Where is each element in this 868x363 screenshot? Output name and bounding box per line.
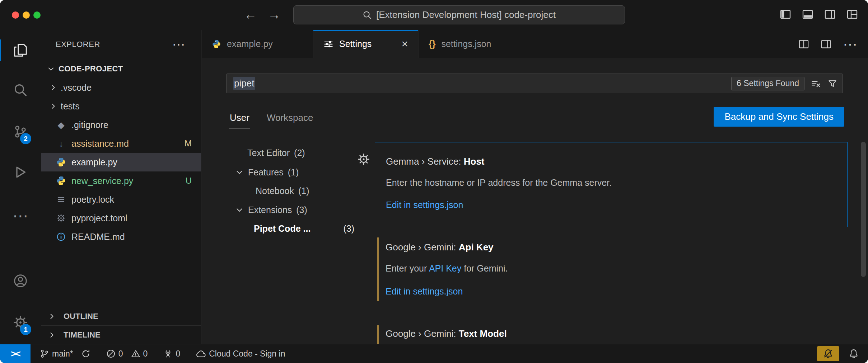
ports-status-item[interactable]: 0 <box>163 349 180 359</box>
setting-gemma-service-host[interactable]: Gemma › Service: Host Enter the hostname… <box>375 142 848 227</box>
settings-editor: pipet 6 Settings Found User Workspace Ba… <box>202 58 868 344</box>
toggle-panel-icon[interactable] <box>802 9 813 20</box>
tree-file-gitignore[interactable]: ◆ .gitignore <box>41 116 201 134</box>
setting-category: Google › Gemini: <box>386 328 459 339</box>
toc-text-editor[interactable]: Text Editor (2) <box>235 143 305 162</box>
tab-settings-json[interactable]: {} settings.json <box>419 30 535 58</box>
bell-icon[interactable] <box>849 349 859 359</box>
activity-accounts[interactable] <box>0 267 41 295</box>
toggle-primary-sidebar-icon[interactable] <box>780 9 791 20</box>
settings-found-badge: 6 Settings Found <box>731 77 804 90</box>
minimize-window-button[interactable] <box>23 11 30 19</box>
toc-count: (3) <box>296 205 307 215</box>
setting-category: Gemma › Service: <box>386 156 464 167</box>
command-center[interactable]: [Extension Development Host] code-projec… <box>293 5 625 24</box>
tree-file-poetry-lock[interactable]: poetry.lock <box>41 190 201 209</box>
tree-file-example[interactable]: example.py <box>41 153 201 171</box>
cloud-icon <box>196 349 206 359</box>
chevron-down-icon <box>235 206 244 214</box>
setting-actions-gear-icon[interactable] <box>358 153 370 165</box>
problems-status-item[interactable]: 0 0 <box>106 349 148 359</box>
file-tree: CODE-PROJECT .vscode tests ◆ .gitignore … <box>41 60 201 246</box>
settings-search-input[interactable]: pipet 6 Settings Found <box>226 74 843 93</box>
editor-actions: ⋯ <box>798 30 868 58</box>
toc-extensions[interactable]: Extensions (3) <box>235 201 307 219</box>
tab-settings[interactable]: Settings × <box>313 30 419 58</box>
explorer-more-icon[interactable]: ⋯ <box>172 37 186 52</box>
edit-in-settings-json-link[interactable]: Edit in settings.json <box>386 286 463 297</box>
tree-file-new-service[interactable]: new_service.py U <box>41 171 201 190</box>
toml-gear-icon <box>56 213 66 223</box>
zoom-window-button[interactable] <box>33 11 41 19</box>
root-folder-label: CODE-PROJECT <box>59 64 123 74</box>
toc-pipet-code[interactable]: Pipet Code ... (3) <box>235 219 354 238</box>
back-icon[interactable]: ← <box>244 6 257 24</box>
do-not-disturb-item[interactable] <box>817 346 839 361</box>
close-window-button[interactable] <box>12 11 19 19</box>
activity-more[interactable]: ⋯ <box>0 201 41 230</box>
ports-count: 0 <box>176 349 180 359</box>
toc-count: (1) <box>298 186 309 196</box>
tree-root-folder[interactable]: CODE-PROJECT <box>41 60 201 78</box>
folder-label: .vscode <box>61 82 92 93</box>
scope-tab-user[interactable]: User <box>230 112 249 123</box>
warnings-icon <box>131 349 140 358</box>
chevron-right-icon <box>48 331 56 339</box>
api-key-link[interactable]: API Key <box>429 263 461 273</box>
cloud-code-status-item[interactable]: Cloud Code - Sign in <box>196 349 285 359</box>
sync-icon[interactable] <box>81 349 90 358</box>
backup-sync-settings-button[interactable]: Backup and Sync Settings <box>714 107 844 127</box>
setting-title: Google › Gemini: Api Key <box>386 242 494 253</box>
timeline-section[interactable]: TIMELINE <box>41 325 201 344</box>
split-editor-icon[interactable] <box>798 39 809 50</box>
activity-run-debug[interactable] <box>0 158 41 187</box>
activity-explorer[interactable] <box>0 36 41 65</box>
toc-notebook[interactable]: Notebook (1) <box>235 182 309 200</box>
settings-search-controls: 6 Settings Found <box>731 77 837 90</box>
tree-folder-vscode[interactable]: .vscode <box>41 78 201 97</box>
tab-example-py[interactable]: example.py <box>202 30 313 58</box>
edit-in-settings-json-link[interactable]: Edit in settings.json <box>386 200 463 210</box>
branch-status-item[interactable]: main* <box>40 349 90 359</box>
close-icon[interactable]: × <box>401 37 408 51</box>
scrollbar[interactable] <box>861 142 866 277</box>
customize-layout-icon[interactable] <box>846 9 858 20</box>
cloud-code-label: Cloud Code - Sign in <box>209 349 285 359</box>
editor-layout-icon[interactable] <box>821 39 831 50</box>
setting-description: Enter your API Key for Gemini. <box>386 263 508 274</box>
toggle-secondary-sidebar-icon[interactable] <box>824 9 836 20</box>
setting-google-gemini-api-key[interactable]: Google › Gemini: Api Key Enter your API … <box>375 237 848 302</box>
manage-badge: 1 <box>20 324 31 335</box>
remote-indicator[interactable]: >< <box>0 344 31 363</box>
info-icon <box>56 232 66 241</box>
filter-icon[interactable] <box>827 79 837 89</box>
more-actions-icon[interactable]: ⋯ <box>843 37 857 51</box>
warnings-count: 0 <box>143 349 148 359</box>
clear-search-filters-icon[interactable] <box>811 79 821 89</box>
outline-section[interactable]: OUTLINE <box>41 307 201 325</box>
more-icon: ⋯ <box>13 207 28 225</box>
file-label: assistance.md <box>71 138 129 149</box>
activity-source-control[interactable]: 2 <box>0 117 41 146</box>
activity-manage[interactable]: 1 <box>0 308 41 337</box>
status-bar: >< main* 0 0 0 Cloud Code - Sign in <box>0 344 868 363</box>
tree-file-assistance[interactable]: ↓ assistance.md M <box>41 134 201 153</box>
chevron-right-icon <box>48 312 56 320</box>
status-bar-right <box>817 346 859 361</box>
toc-features[interactable]: Features (1) <box>235 163 299 182</box>
account-icon <box>13 274 28 288</box>
tab-label: example.py <box>227 39 273 49</box>
setting-google-gemini-text-model[interactable]: Google › Gemini: Text Model <box>375 325 848 344</box>
setting-label: Api Key <box>459 242 494 253</box>
activity-search[interactable] <box>0 76 41 104</box>
markdown-icon: ↓ <box>56 139 66 148</box>
scope-tab-workspace[interactable]: Workspace <box>267 112 313 123</box>
timeline-label: TIMELINE <box>64 330 101 340</box>
tree-folder-tests[interactable]: tests <box>41 97 201 116</box>
tree-file-readme[interactable]: README.md <box>41 227 201 246</box>
tree-file-pyproject[interactable]: pyproject.toml <box>41 209 201 227</box>
git-status-badge: M <box>185 138 192 148</box>
chevron-down-icon <box>235 168 244 176</box>
tab-bar: example.py Settings × {} settings.json ⋯ <box>202 30 868 58</box>
forward-icon[interactable]: → <box>268 6 281 24</box>
